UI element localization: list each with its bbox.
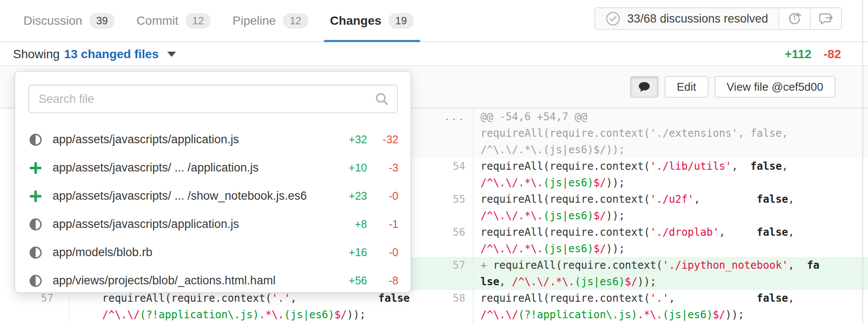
line-content: lse, /^\.\/.*\.(js|es6)$/)); <box>474 274 868 290</box>
file-modified-icon <box>29 133 42 146</box>
tab-discussion[interactable]: Discussion39 <box>15 0 123 41</box>
file-item[interactable]: app/assets/javascripts/application.js+32… <box>15 125 411 154</box>
tab-label: Pipeline <box>232 14 276 28</box>
line-number-gutter <box>0 307 70 323</box>
line-number-gutter: ... <box>411 109 474 125</box>
tab-count-badge: 19 <box>388 13 414 29</box>
diff-line[interactable]: 54requireAll(require.context('./lib/util… <box>411 158 868 175</box>
issue-new-icon <box>787 11 802 26</box>
file-deletions: -3 <box>373 162 398 174</box>
diff-line[interactable]: /^\.\/.*\.(js|es6)$/)); <box>411 208 868 224</box>
file-modified-icon <box>28 274 43 288</box>
file-additions: +10 <box>336 162 367 174</box>
file-added-icon <box>28 161 43 175</box>
line-number-gutter <box>411 307 474 323</box>
scrollbar-track[interactable] <box>862 0 863 323</box>
tab-label: Changes <box>330 14 381 28</box>
jump-to-next-discussion-button[interactable] <box>810 8 841 29</box>
line-number-gutter: 57 <box>411 257 474 274</box>
comment-icon <box>637 79 652 94</box>
line-number-gutter: 56 <box>411 224 474 241</box>
changed-files-dropdown: app/assets/javascripts/application.js+32… <box>14 71 411 293</box>
tab-count-badge: 12 <box>186 13 211 29</box>
file-path: app/assets/javascripts/application.js <box>53 218 239 231</box>
diff-line[interactable]: /^\.\/.*\.(js|es6)$/)); <box>411 241 868 257</box>
line-number-gutter <box>411 208 474 224</box>
line-content: requireAll(require.context('.', false, <box>474 290 868 307</box>
file-path: app/models/blob.rb <box>53 246 152 259</box>
file-item[interactable]: app/assets/javascripts/ ... /show_notebo… <box>15 182 411 210</box>
line-number-gutter <box>411 274 474 290</box>
tab-label: Commit <box>136 14 178 28</box>
tab-label: Discussion <box>23 14 82 28</box>
line-number-gutter <box>411 142 474 158</box>
file-deletions: -1 <box>373 218 398 231</box>
file-additions: +16 <box>336 246 367 259</box>
line-content: @@ -54,6 +54,7 @@ <box>474 109 868 125</box>
diff-line[interactable]: 55requireAll(require.context('./u2f', fa… <box>411 191 868 208</box>
showing-changed-files: Showing 13 changed files <box>13 47 176 61</box>
file-item[interactable]: app/models/blob.rb+16-0 <box>15 238 411 267</box>
mr-tab-bar: Discussion39Commit12Pipeline12Changes19 … <box>0 0 868 42</box>
diff-line[interactable]: ...@@ -54,6 +54,7 @@ <box>411 109 868 125</box>
showing-label: Showing <box>13 47 60 61</box>
diff-line[interactable]: 56requireAll(require.context('./droplab'… <box>411 224 868 241</box>
tab-commit[interactable]: Commit12 <box>128 0 219 41</box>
diff-line[interactable]: /^\.\/.*\.(js|es6)$/)); <box>411 142 868 158</box>
chevron-down-icon[interactable] <box>167 52 176 57</box>
diff-pane-new: ...@@ -54,6 +54,7 @@requireAll(require.c… <box>411 109 868 323</box>
line-content: requireAll(require.context('./u2f', fals… <box>474 191 868 208</box>
file-added-icon <box>28 189 43 204</box>
file-modified-icon <box>29 218 42 231</box>
file-path: app/assets/javascripts/application.js <box>53 133 239 146</box>
file-modified-icon <box>28 132 43 147</box>
diff-line[interactable]: /^\.\/(?!application\.js).*\.(js|es6)$/)… <box>0 307 411 323</box>
file-modified-icon <box>29 274 42 287</box>
diff-line[interactable]: 58requireAll(require.context('.', false, <box>411 290 868 307</box>
file-additions: +56 <box>336 274 367 287</box>
file-deletions: -32 <box>373 133 398 146</box>
file-search-box <box>28 85 398 113</box>
search-file-input[interactable] <box>28 85 398 113</box>
resolve-all-with-new-issue-button[interactable] <box>779 8 810 29</box>
line-number-gutter <box>411 241 474 257</box>
line-content: requireAll(require.context('./droplab', … <box>474 224 868 241</box>
diff-stats-bar: Showing 13 changed files +112 -82 <box>0 43 868 65</box>
toggle-comments-button[interactable] <box>630 76 659 98</box>
diff-line[interactable]: /^\.\/.*\.(js|es6)$/)); <box>411 175 868 191</box>
line-content: /^\.\/(?!application\.js).*\.(js|es6)$/)… <box>70 307 411 323</box>
tab-count-badge: 12 <box>283 13 308 29</box>
discussions-resolved-label: 33/68 discussions resolved <box>627 12 768 26</box>
overall-diff-stats: +112 -82 <box>785 47 841 61</box>
line-number-gutter: 55 <box>411 191 474 208</box>
file-item[interactable]: app/assets/javascripts/application.js+8-… <box>15 210 411 238</box>
file-additions: +23 <box>336 190 367 202</box>
view-file-button[interactable]: View file @cef5d00 <box>715 76 836 98</box>
file-added-icon <box>29 190 42 203</box>
diff-line[interactable]: requireAll(require.context('./extensions… <box>411 125 868 142</box>
line-content: /^\.\/.*\.(js|es6)$/)); <box>474 208 868 224</box>
tab-changes[interactable]: Changes19 <box>321 0 423 41</box>
file-deletions: -0 <box>373 246 398 259</box>
deletions-count: -82 <box>824 47 841 61</box>
diff-line[interactable]: lse, /^\.\/.*\.(js|es6)$/)); <box>411 274 868 290</box>
check-circle-icon <box>606 11 620 26</box>
edit-button[interactable]: Edit <box>665 76 709 98</box>
line-content: + requireAll(require.context('./ipython_… <box>474 257 868 274</box>
file-modified-icon <box>28 217 43 232</box>
line-content: /^\.\/.*\.(js|es6)$/)); <box>474 241 868 257</box>
file-added-icon <box>29 162 42 175</box>
file-additions: +8 <box>336 218 367 231</box>
file-item[interactable]: app/assets/javascripts/ ... /application… <box>15 154 411 182</box>
line-content: /^\.\/.*\.(js|es6)$/)); <box>474 175 868 191</box>
line-number-gutter <box>411 175 474 191</box>
tab-pipeline[interactable]: Pipeline12 <box>224 0 317 41</box>
diff-line[interactable]: /^\.\/(?!application\.js).*\.(js|es6)$/)… <box>411 307 868 323</box>
additions-count: +112 <box>785 47 812 61</box>
file-path: app/assets/javascripts/ ... /show_notebo… <box>53 189 307 203</box>
file-item[interactable]: app/views/projects/blob/_actions.html.ha… <box>15 267 411 295</box>
tab-count-badge: 39 <box>89 13 115 29</box>
diff-file-actions: Edit View file @cef5d00 <box>630 76 835 98</box>
changed-files-dropdown-toggle[interactable]: 13 changed files <box>64 47 159 61</box>
diff-line[interactable]: 57+ requireAll(require.context('./ipytho… <box>411 257 868 274</box>
